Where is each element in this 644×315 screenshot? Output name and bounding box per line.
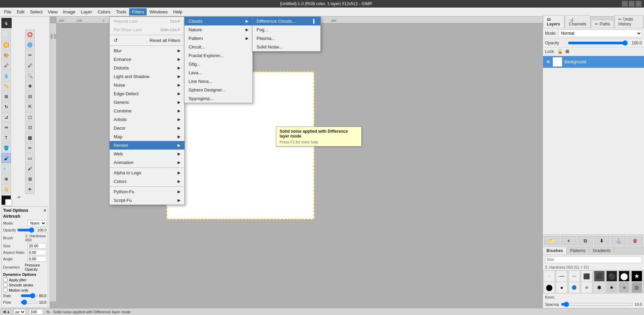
- tool-scale[interactable]: ⇱: [25, 102, 35, 111]
- dd-animation[interactable]: Animation▶: [110, 158, 184, 167]
- tool-perspective[interactable]: ◻: [25, 112, 35, 122]
- dd-plasma[interactable]: Plasma...: [252, 34, 320, 43]
- tab-channels[interactable]: 📊Channels: [565, 15, 590, 28]
- brush-swatch-15[interactable]: ⚬: [619, 282, 630, 293]
- mode-select-layers[interactable]: Normal: [558, 30, 642, 37]
- brush-swatch-14[interactable]: ⁕: [606, 282, 617, 293]
- tool-zoom[interactable]: 🔍: [25, 71, 35, 80]
- tool-clone[interactable]: ⊞: [25, 174, 35, 184]
- dd-web[interactable]: Web▶: [110, 150, 184, 158]
- dd-sphere-designer[interactable]: Sphere Designer...: [184, 86, 252, 94]
- bg-color[interactable]: [5, 199, 12, 206]
- flow-slider[interactable]: [21, 300, 38, 305]
- dd-lava[interactable]: Lava...: [184, 68, 252, 77]
- dd-difference-clouds[interactable]: Difference Clouds... ▍: [252, 17, 320, 25]
- brush-swatch-3[interactable]: ···: [569, 271, 580, 282]
- dd-gfig[interactable]: Gfig...: [184, 60, 252, 68]
- dd-script-fu[interactable]: Script-Fu▶: [110, 196, 184, 205]
- merge-down-button[interactable]: ⬇: [594, 236, 609, 245]
- mode-select[interactable]: Normal: [27, 220, 46, 226]
- brush-swatch-9[interactable]: ⬤: [544, 282, 555, 293]
- dd-combine[interactable]: Combine▶: [110, 107, 184, 115]
- tool-foreground-select[interactable]: 🖊: [1, 61, 11, 70]
- dd-fog[interactable]: Fog...: [252, 25, 320, 34]
- lock-pixels-icon[interactable]: 🔒: [557, 48, 563, 55]
- brush-swatch-12[interactable]: ⟡: [581, 282, 592, 293]
- tool-paintbrush[interactable]: 🖌: [1, 153, 11, 163]
- tool-pencil[interactable]: ✏: [25, 143, 35, 153]
- tool-paths[interactable]: 🖊: [25, 61, 35, 70]
- fg-color[interactable]: [1, 195, 11, 205]
- brush-swatch-2[interactable]: —: [556, 271, 567, 282]
- dd-solid-noise[interactable]: Solid Noise...: [252, 43, 320, 51]
- menu-tools[interactable]: Tools: [113, 8, 129, 15]
- size-input[interactable]: [27, 243, 46, 249]
- tab-patterns[interactable]: Patterns: [567, 247, 589, 254]
- brush-swatch-10[interactable]: ●: [556, 282, 567, 293]
- tool-dodge-burn[interactable]: ☀: [25, 184, 35, 194]
- zoom-input[interactable]: [29, 309, 43, 315]
- dd-reshow-last[interactable]: Re-Show Last Shift+Ctrl+F: [110, 25, 184, 34]
- rate-slider[interactable]: [21, 293, 38, 298]
- tool-crop[interactable]: ⊟: [25, 91, 35, 101]
- dd-python-fu[interactable]: Python-Fu▶: [110, 187, 184, 196]
- tool-select-by-color[interactable]: 🎨: [1, 50, 11, 60]
- brush-swatch-5[interactable]: ⬛: [594, 271, 605, 282]
- dd-artistic[interactable]: Artistic▶: [110, 115, 184, 124]
- menu-view[interactable]: View: [45, 8, 60, 15]
- brush-swatch-6[interactable]: ⚫: [606, 271, 617, 282]
- smooth-stroke-checkbox[interactable]: [3, 283, 8, 287]
- new-layer-button[interactable]: +: [561, 236, 576, 245]
- aspect-input[interactable]: [27, 250, 46, 255]
- lock-alpha-icon[interactable]: ⊞: [565, 48, 572, 55]
- dd-alpha-to-logo[interactable]: Alpha to Logo▶: [110, 169, 184, 177]
- angle-input[interactable]: [27, 256, 46, 262]
- tool-ink[interactable]: 🖋: [25, 164, 35, 173]
- tool-align[interactable]: ⊞: [1, 91, 11, 101]
- menu-edit[interactable]: Edit: [14, 8, 27, 15]
- menu-help[interactable]: Help: [170, 8, 185, 15]
- spacing-slider[interactable]: [561, 302, 633, 307]
- menu-windows[interactable]: Windows: [147, 8, 170, 15]
- tool-fuzzy-select[interactable]: 🌀: [25, 40, 35, 50]
- tool-scissors[interactable]: ✂: [25, 50, 35, 60]
- dd-decor[interactable]: Decor▶: [110, 124, 184, 132]
- brush-swatch-16[interactable]: ⊙: [631, 282, 642, 293]
- apply-jitter-checkbox[interactable]: [3, 278, 8, 282]
- delete-layer-button[interactable]: 🗑: [628, 236, 643, 245]
- tool-move[interactable]: ✥: [25, 81, 35, 91]
- tool-text[interactable]: T: [1, 133, 11, 142]
- motion-only-checkbox[interactable]: [3, 288, 8, 292]
- minimize-button[interactable]: −: [622, 1, 628, 7]
- brush-swatch-1[interactable]: ···: [544, 271, 555, 282]
- tool-blend[interactable]: ▦: [25, 133, 35, 142]
- dd-distorts[interactable]: Distorts▶: [110, 64, 184, 72]
- tab-undo-history[interactable]: ↩Undo History: [614, 15, 643, 28]
- menu-image[interactable]: Image: [60, 8, 78, 15]
- menu-file[interactable]: File: [1, 8, 14, 15]
- dd-pattern[interactable]: Pattern▶: [184, 34, 252, 43]
- brush-swatch-7[interactable]: ⬤: [619, 271, 630, 282]
- new-layer-group-button[interactable]: 📁: [544, 236, 560, 245]
- tab-brushes[interactable]: Brushes: [543, 247, 567, 254]
- tool-measure[interactable]: 📏: [1, 81, 11, 91]
- color-reset-icon[interactable]: ⇄: [18, 195, 20, 205]
- tool-rect-select[interactable]: ⬜: [1, 30, 11, 39]
- dd-repeat-last[interactable]: Repeat Last Ctrl+F: [110, 17, 184, 25]
- anchor-layer-button[interactable]: ⚓: [611, 236, 626, 245]
- menu-select[interactable]: Select: [27, 8, 45, 15]
- tab-paths[interactable]: ✏Paths: [591, 20, 614, 28]
- brush-filter-input[interactable]: [545, 256, 642, 263]
- tab-layers[interactable]: 🗂Layers: [543, 15, 564, 28]
- tool-free-select[interactable]: 🔀: [1, 40, 11, 50]
- opacity-slider[interactable]: [17, 227, 34, 233]
- dd-light-shadow[interactable]: Light and Shadow▶: [110, 72, 184, 81]
- menu-colors[interactable]: Colors: [95, 8, 113, 15]
- tool-eraser[interactable]: ▭: [25, 153, 35, 163]
- opacity-slider-layers[interactable]: [568, 40, 628, 46]
- tab-gradients[interactable]: Gradients: [589, 247, 614, 254]
- dd-colors-filter[interactable]: Colors▶: [110, 177, 184, 186]
- brush-swatch-11[interactable]: 🔵: [569, 282, 580, 293]
- dd-spyrogimp[interactable]: Spyrogimp...: [184, 94, 252, 103]
- layer-row-background[interactable]: 👁 Background: [543, 56, 644, 68]
